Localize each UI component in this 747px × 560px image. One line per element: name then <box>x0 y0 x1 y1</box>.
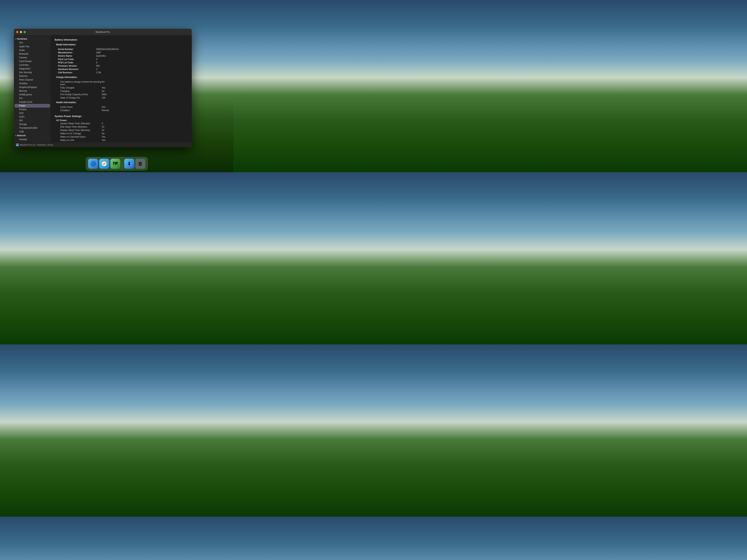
charge-info-table: The battery's charge is below the warnin… <box>55 80 188 100</box>
disk-sleep-timer-value: 10 <box>102 125 188 128</box>
table-row: Fully Charged: Yes <box>55 86 188 89</box>
hardware-revision-value: 2 <box>96 68 188 71</box>
sidebar-item-audio[interactable]: Audio <box>14 48 51 52</box>
sidebar-item-camera[interactable]: Camera <box>14 56 51 59</box>
sidebar-item-storage[interactable]: Storage <box>14 123 51 126</box>
macbook-icon: 💻 <box>16 143 19 146</box>
charge-info-title: Charge Information: <box>56 76 188 79</box>
disk-sleep-timer-label: Disk Sleep Timer (Minutes): <box>55 125 101 128</box>
dock-item-maps[interactable]: 🗺 <box>110 159 121 169</box>
close-button[interactable] <box>16 31 18 33</box>
dock-item-trash[interactable]: 🗑 <box>135 159 146 169</box>
model-info-title: Model Information: <box>56 43 188 46</box>
sidebar-item-thunderbolt-usb4[interactable]: Thunderbolt/USB4 <box>14 126 51 130</box>
table-row: Firmware Version: 901 <box>55 64 188 68</box>
sidebar-item-pci[interactable]: PCI <box>14 97 51 100</box>
sidebar-item-ethernet[interactable]: Ethernet <box>14 74 51 78</box>
sidebar-network-label: Network <box>17 134 26 137</box>
traffic-lights <box>16 31 26 33</box>
wake-on-lan-label: Wake on LAN: <box>55 139 101 142</box>
sidebar-item-nvmexpress[interactable]: NVMExpress <box>14 93 51 97</box>
table-row: Wake on AC Change: No <box>55 132 188 135</box>
sidebar-item-controller[interactable]: Controller <box>14 63 51 67</box>
dock-item-safari[interactable]: 🧭 <box>99 159 109 169</box>
model-info-table: Serial Number: D869363A2EEJ65HA2 Manufac… <box>55 47 188 75</box>
dock-item-finder[interactable]: 🔵 <box>88 159 98 169</box>
manufacturer-label: Manufacturer: <box>55 51 96 54</box>
sidebar-item-ata[interactable]: ATA <box>14 41 51 45</box>
table-row: Pack Lot Code: 0 <box>55 58 188 61</box>
sidebar-item-apple-pay[interactable]: Apple Pay <box>14 45 51 48</box>
sidebar-item-memory[interactable]: Memory <box>14 89 51 93</box>
sidebar-item-diagnostics[interactable]: Diagnostics <box>14 67 51 71</box>
pcb-lot-code-value: 0 <box>96 61 188 64</box>
table-row: PCB Lot Code: 0 <box>55 61 188 64</box>
table-row: Device Name: bq20z451 <box>55 54 188 57</box>
minimize-button[interactable] <box>20 31 22 33</box>
wake-on-ac-value: No <box>102 132 188 135</box>
system-power-title: System Power Settings: <box>55 115 188 117</box>
condition-value: Normal <box>102 109 188 112</box>
full-charge-capacity-label: Full Charge Capacity (mAh): <box>55 93 101 96</box>
fully-charged-label: Fully Charged: <box>55 86 101 89</box>
chevron-down-icon: ▾ <box>16 38 16 40</box>
sidebar-item-usb[interactable]: USB <box>14 130 51 134</box>
state-of-charge-label: State of Charge (%): <box>55 96 101 99</box>
wake-on-clamshell-label: Wake on Clamshell Open: <box>55 135 101 138</box>
firmware-version-value: 901 <box>96 64 188 68</box>
state-of-charge-value: 100 <box>102 96 188 99</box>
sidebar-item-spi[interactable]: SPI <box>14 119 51 123</box>
manufacturer-value: SMP <box>96 51 188 54</box>
cycle-count-value: 312 <box>102 106 188 108</box>
pack-lot-code-label: Pack Lot Code: <box>55 58 96 61</box>
sidebar-item-firewire[interactable]: FireWire <box>14 82 51 85</box>
sidebar-item-disc-burning[interactable]: Disc Burning <box>14 71 51 74</box>
sidebar-item-sata[interactable]: SATA <box>14 115 51 119</box>
sidebar-item-fibre-channel[interactable]: Fibre Channel <box>14 78 51 82</box>
ac-power-title: AC Power: <box>56 119 188 122</box>
charging-label: Charging: <box>55 90 101 92</box>
table-row: Hardware Revision: 2 <box>55 68 188 71</box>
device-name-label: Device Name: <box>55 54 96 57</box>
sidebar-item-parallel-scsi[interactable]: Parallel SCSI <box>14 100 51 104</box>
maximize-button[interactable] <box>24 31 26 33</box>
table-row: State of Charge (%): 100 <box>55 96 188 99</box>
charge-warning-label: The battery's charge is below the warnin… <box>55 80 101 86</box>
pcb-lot-code-label: PCB Lot Code: <box>55 61 96 64</box>
sidebar-item-bluetooth[interactable]: Bluetooth <box>14 52 51 56</box>
cell-revision-label: Cell Revision: <box>55 71 96 74</box>
device-name-value: bq20z451 <box>96 54 188 57</box>
firmware-version-label: Firmware Version: <box>55 64 96 68</box>
sidebar-item-graphics-displays[interactable]: Graphics/Displays <box>14 85 51 89</box>
cell-revision-value: 1734 <box>96 71 188 74</box>
sidebar-item-firewall[interactable]: Firewall <box>14 138 51 141</box>
window-body: ▾ Hardware ATA Apple Pay Audio Bluetooth… <box>14 35 192 142</box>
window-title: MacBook Pro <box>96 31 110 33</box>
serial-number-label: Serial Number: <box>55 48 96 51</box>
system-sleep-timer-value: 0 <box>102 122 188 125</box>
system-information-window: MacBook Pro ▾ Hardware ATA Apple Pay Aud… <box>14 29 192 147</box>
full-charge-capacity-value: 5903 <box>102 93 188 96</box>
breadcrumb: MacBook Pro (2) › Hardware › Power <box>20 144 53 146</box>
ac-power-table: System Sleep Timer (Minutes): 0 Disk Sle… <box>55 122 188 142</box>
content-area: Battery Information: Model Information: … <box>51 35 192 142</box>
table-row: Cell Revision: 1734 <box>55 71 188 74</box>
health-info-title: Health Information: <box>56 101 188 104</box>
table-row: Full Charge Capacity (mAh): 5903 <box>55 93 188 96</box>
health-info-table: Cycle Count: 312 Condition: Normal <box>55 105 188 112</box>
table-row: Wake on Clamshell Open: Yes <box>55 135 188 138</box>
sidebar-item-card-reader[interactable]: Card Reader <box>14 59 51 63</box>
sidebar-item-power[interactable]: Power <box>15 104 50 108</box>
fully-charged-value: Yes <box>102 86 188 89</box>
chevron-down-icon-network: ▾ <box>16 135 16 137</box>
sidebar-item-printers[interactable]: Printers <box>14 108 51 111</box>
table-row: Charging: No <box>55 90 188 92</box>
pack-lot-code-value: 0 <box>96 58 188 61</box>
title-bar: MacBook Pro <box>14 29 192 35</box>
dock-item-downloads[interactable]: ⬇ <box>124 159 134 169</box>
table-row: The battery's charge is below the warnin… <box>55 80 188 86</box>
sidebar-section-hardware[interactable]: ▾ Hardware <box>14 37 51 41</box>
sidebar-section-network[interactable]: ▾ Network <box>14 134 51 138</box>
table-row: Wake on LAN: Yes <box>55 139 188 142</box>
sidebar-item-sas[interactable]: SAS <box>14 111 51 115</box>
